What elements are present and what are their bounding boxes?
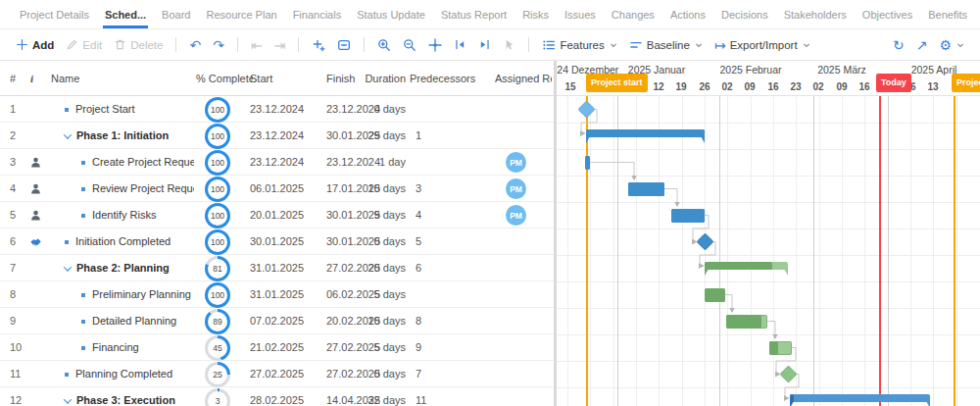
table-row[interactable]: 4Review Project Request10006.01.202517.0… (0, 176, 554, 202)
zoom-out-button[interactable] (397, 33, 422, 57)
tab-actions[interactable]: Actions (662, 0, 713, 28)
gear-icon: ⚙ (939, 38, 952, 52)
settings-menu[interactable]: ⚙ (933, 33, 970, 57)
cell-start-date: 21.02.2025 (250, 334, 311, 361)
tab-status-report[interactable]: Status Report (433, 0, 514, 28)
tab-status-update[interactable]: Status Update (349, 0, 433, 28)
percent-complete-ring: 100 (205, 177, 230, 202)
table-row[interactable]: 3Create Project Request10023.12.202423.1… (0, 149, 554, 176)
cell-task-name: Phase 1: Initiation (51, 123, 194, 149)
cell-predecessors: 6 (416, 255, 455, 281)
collapse-chevron-icon[interactable] (64, 130, 72, 138)
table-row[interactable]: 12Phase 3: Execution328.02.202514.04.202… (0, 387, 554, 406)
outdent-button: ⇤ (245, 33, 269, 57)
add-button[interactable]: Add (10, 33, 60, 57)
gantt-task-bar[interactable] (585, 156, 590, 170)
column-header-start[interactable]: Start (250, 61, 311, 96)
export-import-menu[interactable]: ↦Export/Import (709, 33, 816, 57)
gantt-task-bar[interactable] (726, 315, 767, 329)
cell-row-number: 12 (10, 387, 31, 406)
collapse-all-button[interactable] (331, 33, 357, 57)
table-row[interactable]: 8Preliminary Planning10031.01.202506.02.… (0, 281, 554, 308)
cell-task-name: Initiation Completed (51, 228, 194, 255)
gantt-task-bar[interactable] (705, 288, 725, 302)
gantt-task-bar[interactable] (671, 209, 705, 223)
toolbar-label: Delete (130, 39, 163, 51)
column-header-name[interactable]: Name (51, 61, 194, 96)
toolbar-label: Export/Import (730, 39, 798, 51)
tab-issues[interactable]: Issues (557, 0, 604, 28)
zoom-in-button[interactable] (371, 33, 397, 57)
column-header-item[interactable]: # (10, 61, 31, 96)
cell-row-number: 3 (10, 149, 31, 176)
collapse-chevron-icon[interactable] (64, 395, 72, 403)
chevron-down-icon (956, 41, 964, 49)
features-menu[interactable]: Features (536, 33, 622, 57)
task-bullet-icon (81, 161, 85, 165)
tab-benefits[interactable]: Benefits (920, 0, 975, 28)
add-task-button[interactable] (306, 33, 331, 57)
table-row[interactable]: 10Financing4521.02.202527.02.20255 days9 (0, 334, 554, 361)
project-end-badge: Project end (952, 74, 980, 92)
gantt-summary-bar[interactable] (790, 394, 930, 402)
tab-requirements[interactable]: Requirements (975, 0, 980, 28)
fullscreen-button[interactable]: ↗ (910, 33, 934, 57)
undo-button[interactable]: ↶ (183, 33, 207, 57)
cell-predecessors: 3 (416, 176, 455, 202)
tab-financials[interactable]: Financials (285, 0, 350, 28)
column-header-predecessors[interactable]: Predecessors (410, 61, 490, 96)
table-row[interactable]: 11Planning Completed2527.02.202527.02.20… (0, 361, 554, 387)
cell-task-name: Phase 2: Planning (51, 255, 194, 281)
collapse-chevron-icon[interactable] (64, 263, 72, 271)
toolbar-separator (175, 37, 176, 52)
assignee-avatar: PM (506, 152, 526, 173)
table-row[interactable]: 6Initiation Completed10030.01.202530.01.… (0, 228, 554, 255)
gantt-task-bar[interactable] (769, 341, 792, 355)
baseline-menu[interactable]: Baseline (623, 33, 709, 57)
cell-predecessors (416, 149, 455, 176)
tab-board[interactable]: Board (154, 0, 198, 28)
gantt-task-bar[interactable] (628, 182, 664, 196)
tab-changes[interactable]: Changes (604, 0, 662, 28)
tab-sched[interactable]: Sched... (97, 0, 154, 28)
table-row[interactable]: 9Detailed Planning8907.02.202520.02.2025… (0, 308, 554, 334)
cell-task-name: Detailed Planning (51, 308, 194, 334)
gantt-summary-bar[interactable] (705, 262, 788, 270)
summary-progress (705, 262, 772, 270)
task-grid: #iName% CompleteStartFinishDurationPrede… (0, 61, 554, 406)
tab-project-details[interactable]: Project Details (12, 0, 97, 28)
table-row[interactable]: 7Phase 2: Planning8131.01.202527.02.2025… (0, 255, 554, 281)
column-header-i[interactable]: i (30, 61, 46, 96)
refresh-button[interactable]: ↻ (887, 33, 910, 57)
gantt-chart: 2024 Dezember2025 Januar2025 Februar2025… (557, 61, 980, 406)
tab-decisions[interactable]: Decisions (713, 0, 776, 28)
cell-row-number: 11 (10, 361, 31, 387)
jump-to-start-button[interactable] (448, 33, 472, 57)
cell-row-number: 1 (10, 96, 31, 123)
zoom-to-fit-button[interactable] (422, 33, 448, 57)
redo-button[interactable]: ↷ (207, 33, 230, 57)
tab-label: Benefits (928, 9, 967, 21)
gantt-summary-bar[interactable] (586, 129, 705, 137)
cell-duration: 20 days (345, 255, 406, 281)
cell-predecessors: 11 (416, 387, 455, 406)
percent-complete-ring: 100 (205, 150, 230, 176)
table-row[interactable]: 1Project Start10023.12.202423.12.20240 d… (0, 96, 554, 123)
timeline-week-label: 13 (927, 78, 938, 95)
column-header-duration[interactable]: Duration (345, 61, 406, 96)
tab-objectives[interactable]: Objectives (855, 0, 920, 28)
tab-stakeholders[interactable]: Stakeholders (776, 0, 855, 28)
tab-resource-plan[interactable]: Resource Plan (198, 0, 284, 28)
column-header-assigned-re[interactable]: Assigned Re (495, 61, 552, 96)
table-row[interactable]: 5Identify Risks10020.01.202530.01.20259 … (0, 202, 554, 228)
timeline-week-label: 15 (564, 78, 575, 95)
table-row[interactable]: 2Phase 1: Initiation10023.12.202430.01.2… (0, 123, 554, 149)
tab-risks[interactable]: Risks (514, 0, 557, 28)
column-header-complete[interactable]: % Complete (196, 61, 253, 96)
features-icon (542, 38, 556, 52)
jump-to-end-button[interactable] (472, 33, 497, 57)
timeline-month-label: 2025 Februar (719, 62, 781, 78)
cell-row-number: 9 (10, 308, 31, 334)
next-icon (478, 38, 491, 51)
timeline-week-label: 16 (858, 78, 869, 95)
